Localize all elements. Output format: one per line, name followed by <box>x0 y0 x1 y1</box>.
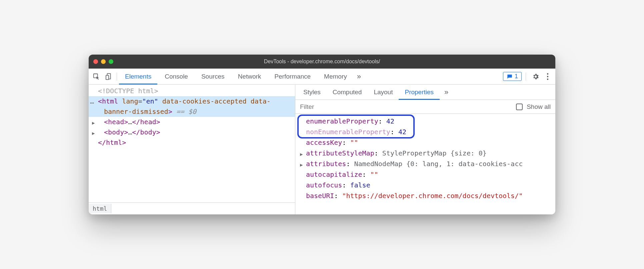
side-tab-styles[interactable]: Styles <box>297 85 327 100</box>
property-row[interactable]: accessKey: "" <box>300 137 555 148</box>
minimize-icon[interactable] <box>101 59 106 64</box>
property-key: autocapitalize <box>306 170 362 178</box>
titlebar: DevTools - developer.chrome.com/docs/dev… <box>89 55 555 69</box>
tab-memory[interactable]: Memory <box>318 69 353 84</box>
divider <box>526 73 526 81</box>
property-row[interactable]: ▶attributes: NamedNodeMap {0: lang, 1: d… <box>300 158 555 169</box>
side-tab-layout[interactable]: Layout <box>368 85 399 100</box>
svg-point-5 <box>547 78 548 80</box>
property-key: nonEnumerableProperty <box>306 128 390 136</box>
main-toolbar: Elements Console Sources Network Perform… <box>89 69 555 85</box>
devtools-window: DevTools - developer.chrome.com/docs/dev… <box>89 55 555 214</box>
filter-input[interactable] <box>300 103 512 111</box>
expand-icon[interactable]: ▶ <box>300 150 303 158</box>
breadcrumb-item[interactable]: html <box>89 204 111 213</box>
more-options-button[interactable] <box>545 73 551 80</box>
dom-doctype[interactable]: <!DOCTYPE html> <box>89 86 295 96</box>
property-key: accessKey <box>306 138 342 146</box>
expand-icon[interactable]: ▶ <box>92 130 95 137</box>
side-tab-computed[interactable]: Computed <box>327 85 368 100</box>
property-key: autofocus <box>306 181 342 189</box>
dom-html-close[interactable]: </html> <box>89 137 295 148</box>
property-value: "" <box>350 138 358 146</box>
main-split: <!DOCTYPE html> …<html lang="en" data-co… <box>89 85 555 214</box>
expand-icon[interactable]: ▶ <box>92 120 95 127</box>
tab-console[interactable]: Console <box>159 69 194 84</box>
property-key: attributes <box>306 160 346 168</box>
property-row[interactable]: enumerableProperty: 42 <box>300 116 555 127</box>
property-value: StylePropertyMap {size: 0} <box>382 149 487 157</box>
side-tabs: Styles Computed Layout Properties » <box>295 85 555 100</box>
svg-point-3 <box>547 73 548 74</box>
tab-sources[interactable]: Sources <box>195 69 231 84</box>
tab-performance[interactable]: Performance <box>268 69 317 84</box>
messages-button[interactable]: 1 <box>503 72 522 81</box>
property-value: "https://developer.chrome.com/docs/devto… <box>342 192 523 200</box>
show-all-checkbox[interactable] <box>516 104 523 110</box>
property-row[interactable]: autocapitalize: "" <box>300 169 555 180</box>
property-key: enumerableProperty <box>306 117 378 125</box>
dom-head[interactable]: ▶<head>…</head> <box>89 117 295 127</box>
dom-tree[interactable]: <!DOCTYPE html> …<html lang="en" data-co… <box>89 85 295 202</box>
property-row[interactable]: nonEnumerableProperty: 42 <box>300 127 555 137</box>
property-key: attributeStyleMap <box>306 149 374 157</box>
property-value: false <box>350 181 370 189</box>
window-title: DevTools - developer.chrome.com/docs/dev… <box>89 59 555 65</box>
breadcrumb: html <box>89 202 295 214</box>
message-icon <box>507 74 513 80</box>
dom-html-open-cont[interactable]: banner-dismissed> == $0 <box>89 107 295 117</box>
settings-button[interactable] <box>530 73 541 80</box>
kebab-icon <box>547 73 549 80</box>
side-panel: Styles Computed Layout Properties » Show… <box>295 85 555 214</box>
property-key: baseURI <box>306 192 334 200</box>
dom-body[interactable]: ▶<body>…</body> <box>89 127 295 137</box>
inspect-element-icon[interactable] <box>91 71 102 82</box>
property-row[interactable]: autofocus: false <box>300 180 555 190</box>
property-value: 42 <box>398 128 406 136</box>
property-value: 42 <box>386 117 394 125</box>
close-icon[interactable] <box>93 59 98 64</box>
svg-point-4 <box>547 76 548 77</box>
properties-filter-row: Show all <box>295 100 555 114</box>
tab-elements[interactable]: Elements <box>119 69 157 85</box>
elements-panel: <!DOCTYPE html> …<html lang="en" data-co… <box>89 85 295 214</box>
gear-icon <box>532 73 539 80</box>
side-tab-properties[interactable]: Properties <box>399 85 440 100</box>
show-all-label: Show all <box>527 103 551 111</box>
svg-rect-2 <box>106 75 109 80</box>
divider <box>117 73 117 81</box>
tab-network[interactable]: Network <box>232 69 267 84</box>
property-row[interactable]: ▶attributeStyleMap: StylePropertyMap {si… <box>300 148 555 158</box>
expand-icon[interactable]: ▶ <box>300 161 303 168</box>
traffic-lights <box>93 59 113 64</box>
property-row[interactable]: baseURI: "https://developer.chrome.com/d… <box>300 190 555 201</box>
more-tabs-icon[interactable]: » <box>354 72 364 81</box>
dom-html-open[interactable]: …<html lang="en" data-cookies-accepted d… <box>89 96 295 107</box>
properties-list[interactable]: enumerableProperty: 42nonEnumerablePrope… <box>295 114 555 214</box>
property-value: NamedNodeMap {0: lang, 1: data-cookies-a… <box>354 160 523 168</box>
property-value: "" <box>370 170 378 178</box>
messages-count: 1 <box>515 73 518 80</box>
zoom-icon[interactable] <box>109 59 113 64</box>
more-side-tabs-icon[interactable]: » <box>442 88 451 97</box>
device-toolbar-icon[interactable] <box>103 71 115 82</box>
